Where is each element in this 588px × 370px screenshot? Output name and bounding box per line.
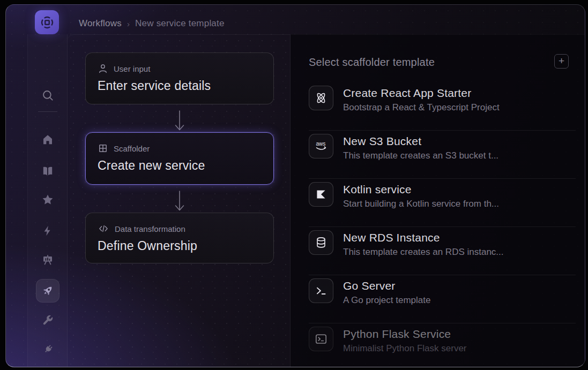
template-item-python-flask[interactable]: Python Flask Service Minimalist Python F… xyxy=(309,323,576,367)
template-item-rds-instance[interactable]: New RDS Instance This template creates a… xyxy=(309,227,576,275)
template-description: This template creates an RDS instanc... xyxy=(343,247,504,258)
template-item-react-starter[interactable]: Create React App Starter Bootstrap a Rea… xyxy=(309,82,576,131)
database-icon xyxy=(309,230,333,255)
node-title: Enter service details xyxy=(98,79,262,93)
terminal-icon xyxy=(309,278,333,303)
breadcrumb: Workflows › New service template xyxy=(79,18,225,29)
template-item-s3-bucket[interactable]: aws New S3 Bucket This template creates … xyxy=(309,131,576,179)
template-name: Go Server xyxy=(343,278,430,293)
app-logo[interactable] xyxy=(35,10,59,34)
arrow-down-icon xyxy=(173,190,186,213)
app-logo-icon xyxy=(39,14,55,31)
svg-text:aws: aws xyxy=(316,141,325,147)
workflow-canvas: User input Enter service details Scaffol… xyxy=(68,34,291,367)
node-type-label: Data transformation xyxy=(115,224,185,233)
node-type-label: User input xyxy=(114,64,150,73)
sidebar-item-scaffolder[interactable] xyxy=(36,279,59,303)
workflow-node-user-input[interactable]: User input Enter service details xyxy=(85,52,274,104)
template-description: This template creates an S3 bucket t... xyxy=(343,150,498,161)
template-name: Python Flask Service xyxy=(343,327,467,341)
react-icon xyxy=(309,86,333,110)
template-description: A Go project template xyxy=(343,295,430,306)
template-description: Start building a Kotlin service from th.… xyxy=(343,199,499,209)
kotlin-icon xyxy=(309,182,333,207)
code-icon xyxy=(98,223,109,234)
wrench-icon xyxy=(42,314,54,326)
lightning-icon xyxy=(42,225,54,237)
template-name: New S3 Bucket xyxy=(343,134,498,148)
breadcrumb-current: New service template xyxy=(135,18,225,29)
sidebar-item-actions[interactable] xyxy=(36,219,59,243)
sidebar xyxy=(27,34,68,367)
sidebar-item-insights[interactable] xyxy=(36,248,59,272)
presentation-chart-icon xyxy=(41,254,54,267)
add-template-button[interactable]: + xyxy=(554,54,569,69)
sidebar-item-home[interactable] xyxy=(36,128,59,152)
top-header: Workflows › New service template xyxy=(6,5,585,34)
aws-icon: aws xyxy=(309,134,333,158)
node-type-label: Scaffolder xyxy=(114,144,150,153)
arrow-down-icon xyxy=(173,110,186,132)
sidebar-item-integrations[interactable] xyxy=(36,338,59,361)
template-list: Create React App Starter Bootstrap a Rea… xyxy=(309,82,576,367)
template-description: Minimalist Python Flask server xyxy=(343,343,467,354)
workflow-node-scaffolder[interactable]: Scaffolder Create new service xyxy=(85,132,274,185)
sidebar-divider xyxy=(38,111,57,112)
template-panel: Select scaffolder template + Create Reac… xyxy=(291,34,585,367)
breadcrumb-section[interactable]: Workflows xyxy=(79,18,122,29)
template-name: Create React App Starter xyxy=(343,86,500,100)
template-name: New RDS Instance xyxy=(343,230,504,245)
template-item-go-server[interactable]: Go Server A Go project template xyxy=(309,275,576,323)
sidebar-item-docs[interactable] xyxy=(36,159,59,183)
template-item-kotlin-service[interactable]: Kotlin service Start building a Kotlin s… xyxy=(309,179,576,227)
rocket-icon xyxy=(41,284,54,297)
docs-book-icon xyxy=(41,164,54,177)
template-description: Bootstrap a React & Typescript Project xyxy=(343,102,500,113)
breadcrumb-separator-icon: › xyxy=(127,19,130,28)
grid-icon xyxy=(98,143,108,154)
node-title: Create new service xyxy=(98,158,262,173)
star-icon xyxy=(41,193,54,206)
home-icon xyxy=(41,133,54,146)
panel-title: Select scaffolder template xyxy=(309,56,435,69)
sidebar-item-starred[interactable] xyxy=(36,188,59,212)
user-icon xyxy=(98,63,108,74)
node-title: Define Ownership xyxy=(98,239,262,253)
app-window: Workflows › New service template xyxy=(5,4,585,367)
terminal-window-icon xyxy=(309,327,333,351)
sidebar-item-search[interactable] xyxy=(36,84,59,107)
workflow-node-data-transformation[interactable]: Data transformation Define Ownership xyxy=(85,213,274,263)
sidebar-item-settings[interactable] xyxy=(36,308,59,332)
plug-icon xyxy=(41,343,54,356)
template-name: Kotlin service xyxy=(343,182,499,197)
search-icon xyxy=(41,88,55,102)
